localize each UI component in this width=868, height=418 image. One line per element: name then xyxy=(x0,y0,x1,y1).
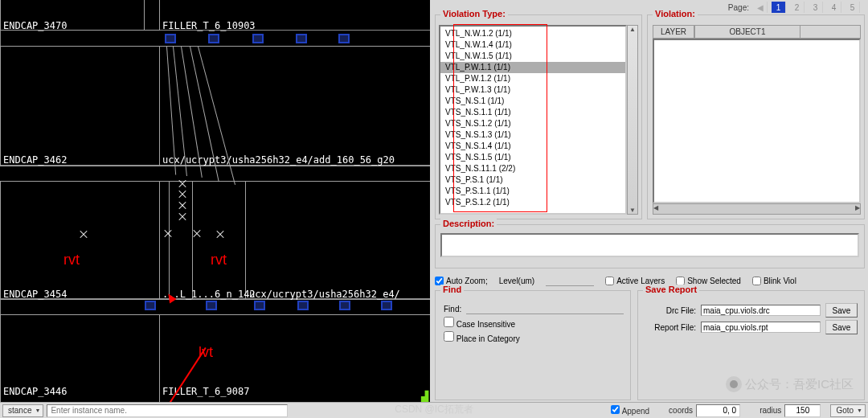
cell-label: ENDCAP_3470 xyxy=(3,20,67,31)
pin-marker xyxy=(297,301,309,310)
page-1[interactable]: 1 xyxy=(772,2,786,13)
blink-viol-check[interactable]: Blink Viol xyxy=(752,277,796,285)
drc-file-label: Drc File: xyxy=(646,306,696,315)
violation-type-item[interactable]: VTL_N.W.1.4 (1/1) xyxy=(440,39,625,51)
pin-marker xyxy=(338,34,350,43)
coords-value[interactable] xyxy=(696,404,740,417)
annotation-rvt: rvt xyxy=(63,252,80,268)
violation-type-item[interactable]: VTS_N.S.1 (1/1) xyxy=(440,96,625,107)
violation-type-item[interactable]: VTS_N.S.1.5 (1/1) xyxy=(440,152,625,163)
save-drc-button[interactable]: Save xyxy=(825,303,858,318)
scroll-up-icon[interactable]: ▲ xyxy=(629,26,636,33)
report-file-input[interactable] xyxy=(701,322,821,333)
corner-icon: ▟ xyxy=(421,391,428,402)
description-title: Description: xyxy=(440,219,497,228)
pin-marker xyxy=(296,34,307,43)
annotation-rvt: rvt xyxy=(211,252,227,268)
page-3[interactable]: 3 xyxy=(809,2,823,13)
auto-zoom-check[interactable]: Auto Zoom; xyxy=(435,277,488,285)
chevron-down-icon: ▼ xyxy=(857,408,862,413)
violation-type-item[interactable]: VTL_P.W.1.2 (1/1) xyxy=(440,73,625,84)
violation-table-body[interactable] xyxy=(653,39,861,203)
level-input[interactable] xyxy=(546,275,594,286)
cell-label: ucx/ucrypt3/usha256h32_e4/ xyxy=(249,289,400,300)
col-extra[interactable] xyxy=(800,25,861,39)
drc-file-input[interactable] xyxy=(701,305,821,316)
x-marker xyxy=(178,180,186,187)
description-text[interactable] xyxy=(440,233,859,257)
violation-type-item[interactable]: VTS_P.S.1.2 (1/1) xyxy=(440,197,625,208)
instance-input[interactable] xyxy=(47,404,288,417)
violation-type-item[interactable]: VTS_N.S.11.1 (2/2) xyxy=(440,163,625,174)
level-label: Level(um) xyxy=(499,277,534,285)
page-2[interactable]: 2 xyxy=(790,2,805,13)
violation-title: Violation: xyxy=(653,9,698,18)
x-marker xyxy=(178,191,186,198)
status-bar: stance▼ Append coords radius Goto▼ xyxy=(0,402,868,418)
place-in-category-check[interactable]: Place in Category xyxy=(444,331,520,343)
pin-marker xyxy=(339,301,350,310)
violation-type-item[interactable]: VTL_N.W.1.2 (1/1) xyxy=(440,28,625,39)
page-prev-icon[interactable]: ◀ xyxy=(753,2,768,13)
radius-label: radius xyxy=(760,406,781,415)
save-report-title: Save Report xyxy=(643,285,699,294)
col-layer[interactable]: LAYER xyxy=(653,25,694,39)
violation-type-item[interactable]: VTL_N.W.1.5 (1/1) xyxy=(440,51,625,62)
cell-label: ENDCAP_3462 xyxy=(3,154,67,166)
violation-panel: Violation: LAYER OBJECT1 ◀▶ xyxy=(647,14,865,219)
description-panel: Description: xyxy=(435,224,865,268)
scroll-down-icon[interactable]: ▼ xyxy=(629,207,636,214)
instance-dropdown[interactable]: stance▼ xyxy=(2,404,43,417)
cell xyxy=(169,181,193,300)
violation-type-panel: Violation Type: VTL_N.W.1.2 (1/1)VTL_N.W… xyxy=(435,14,642,219)
pin-marker xyxy=(254,301,265,310)
find-input[interactable] xyxy=(466,303,624,314)
violation-type-item[interactable]: VTS_N.S.1.4 (1/1) xyxy=(440,141,625,152)
x-marker xyxy=(164,230,171,237)
h-scrollbar[interactable]: ◀▶ xyxy=(653,203,861,215)
col-object1[interactable]: OBJECT1 xyxy=(694,25,800,39)
violation-type-title: Violation Type: xyxy=(440,9,508,18)
append-check[interactable]: Append xyxy=(611,405,649,416)
case-insensitive-check[interactable]: Case Insensitive xyxy=(444,317,515,329)
cell xyxy=(245,181,430,300)
violation-type-item[interactable]: VTS_N.S.1.1 (1/1) xyxy=(440,107,625,118)
x-marker xyxy=(178,213,186,220)
show-selected-check[interactable]: Show Selected xyxy=(676,277,741,285)
pin-marker xyxy=(145,301,156,310)
find-title: Find xyxy=(440,285,464,294)
pin-marker xyxy=(165,34,176,43)
pager-label: Page: xyxy=(728,3,749,12)
cell xyxy=(0,46,160,166)
pin-marker xyxy=(206,301,217,310)
violation-type-item[interactable]: VTS_N.S.1.2 (1/1) xyxy=(440,118,625,129)
radius-value[interactable] xyxy=(784,404,821,417)
violation-type-item[interactable]: VTS_P.S.1.1 (1/1) xyxy=(440,186,625,197)
x-marker xyxy=(178,202,186,209)
cell-label: ENDCAP_3446 xyxy=(3,386,67,397)
violation-type-list[interactable]: VTL_N.W.1.2 (1/1)VTL_N.W.1.4 (1/1)VTL_N.… xyxy=(439,25,627,215)
save-report-button[interactable]: Save xyxy=(825,320,858,334)
x-marker xyxy=(80,231,87,238)
goto-dropdown[interactable]: Goto▼ xyxy=(830,404,866,417)
report-file-label: Report File: xyxy=(646,323,696,332)
x-marker xyxy=(193,230,200,237)
coords-label: coords xyxy=(669,406,693,415)
cell-label: ENDCAP_3454 xyxy=(3,289,67,300)
violation-type-item[interactable]: VTS_P.S.1 (1/1) xyxy=(440,174,625,186)
layout-canvas[interactable]: ENDCAP_3470 FILLER_T_6_10903 ENDCAP_3462… xyxy=(0,0,430,402)
violation-type-item[interactable]: VTS_N.S.1.3 (1/1) xyxy=(440,129,625,141)
find-label: Find: xyxy=(444,305,461,314)
violation-type-item[interactable]: VTL_P.W.1.1 (1/1) xyxy=(440,62,627,73)
find-panel: Find Find: Case Insensitive Place in Cat… xyxy=(435,290,631,400)
page-4[interactable]: 4 xyxy=(827,2,841,13)
scrollbar[interactable]: ▲▼ xyxy=(627,25,638,215)
x-marker xyxy=(216,231,223,238)
active-layers-check[interactable]: Active Layers xyxy=(605,277,665,285)
cell xyxy=(0,181,160,300)
cell xyxy=(159,46,430,166)
pin-marker xyxy=(381,301,392,310)
cell-label: ucx/ucrypt3/usha256h32_e4/add_160_56_g20 xyxy=(162,154,395,166)
violation-type-item[interactable]: VTL_P.W.1.3 (1/1) xyxy=(440,84,625,96)
page-5[interactable]: 5 xyxy=(845,2,860,13)
